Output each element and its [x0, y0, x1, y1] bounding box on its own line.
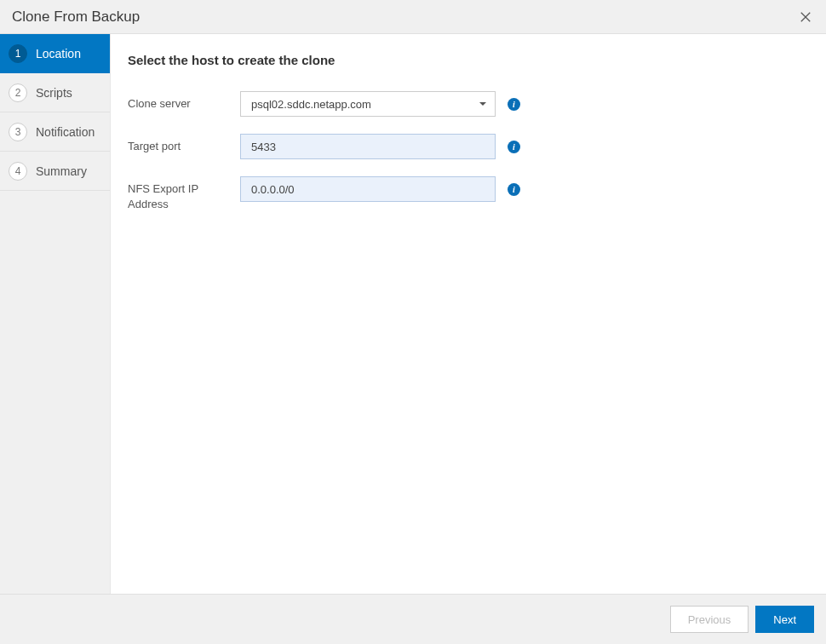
- step-number: 1: [9, 44, 27, 63]
- wizard-step-scripts[interactable]: 2 Scripts: [0, 73, 110, 112]
- clone-server-value: psql02.sddc.netapp.com: [251, 98, 371, 111]
- close-icon[interactable]: [797, 9, 814, 26]
- form-row-nfs-export: NFS Export IP Address i: [128, 176, 809, 211]
- dialog-body: 1 Location 2 Scripts 3 Notification 4 Su…: [0, 34, 826, 594]
- step-label: Location: [36, 47, 81, 60]
- step-label: Scripts: [36, 86, 72, 100]
- dialog-footer: Previous Next: [0, 594, 826, 644]
- nfs-export-input[interactable]: [240, 176, 496, 202]
- chevron-down-icon: [479, 102, 486, 106]
- form-row-target-port: Target port i: [128, 134, 809, 159]
- field-wrap: psql02.sddc.netapp.com i: [240, 91, 520, 117]
- wizard-content: Select the host to create the clone Clon…: [110, 34, 826, 594]
- nfs-export-label: NFS Export IP Address: [128, 176, 240, 211]
- content-heading: Select the host to create the clone: [128, 53, 809, 67]
- dialog-title: Clone From Backup: [12, 9, 140, 26]
- step-label: Summary: [36, 164, 87, 178]
- field-wrap: i: [240, 134, 520, 159]
- step-number: 2: [9, 83, 27, 102]
- wizard-step-notification[interactable]: 3 Notification: [0, 112, 110, 152]
- info-icon[interactable]: i: [508, 183, 520, 196]
- clone-server-label: Clone server: [128, 91, 240, 112]
- info-icon[interactable]: i: [508, 141, 520, 153]
- target-port-input[interactable]: [240, 134, 496, 159]
- wizard-step-location[interactable]: 1 Location: [0, 34, 110, 73]
- step-number: 3: [9, 123, 27, 141]
- next-button[interactable]: Next: [755, 606, 814, 633]
- clone-server-select[interactable]: psql02.sddc.netapp.com: [240, 91, 496, 117]
- target-port-label: Target port: [128, 134, 240, 154]
- form-row-clone-server: Clone server psql02.sddc.netapp.com i: [128, 91, 809, 117]
- dialog-header: Clone From Backup: [0, 0, 826, 34]
- wizard-sidebar: 1 Location 2 Scripts 3 Notification 4 Su…: [0, 34, 110, 594]
- step-number: 4: [9, 162, 27, 181]
- step-label: Notification: [36, 125, 95, 139]
- info-icon[interactable]: i: [508, 98, 520, 111]
- field-wrap: i: [240, 176, 520, 202]
- previous-button: Previous: [670, 606, 749, 633]
- wizard-step-summary[interactable]: 4 Summary: [0, 152, 110, 191]
